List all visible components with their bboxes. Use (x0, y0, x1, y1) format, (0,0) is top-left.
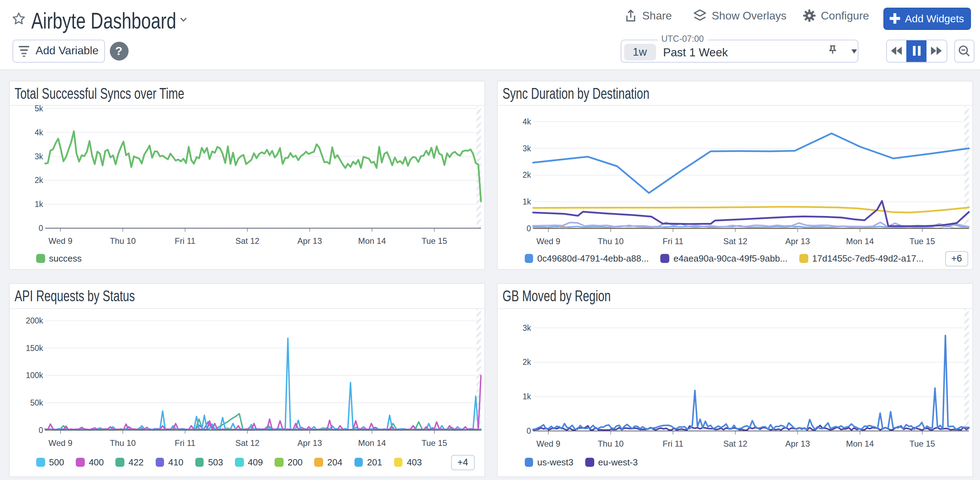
svg-text:3k: 3k (34, 151, 43, 161)
svg-text:Thu 10: Thu 10 (110, 438, 135, 448)
svg-text:Apr 13: Apr 13 (785, 439, 810, 448)
svg-text:Apr 13: Apr 13 (785, 236, 810, 246)
svg-text:150k: 150k (25, 344, 43, 353)
svg-text:Mon 14: Mon 14 (358, 438, 385, 448)
svg-text:Fri 11: Fri 11 (175, 236, 195, 246)
svg-text:4k: 4k (34, 128, 43, 137)
svg-text:1k: 1k (34, 200, 43, 209)
svg-text:Apr 13: Apr 13 (297, 438, 322, 448)
svg-text:1k: 1k (523, 392, 531, 401)
svg-text:3k: 3k (523, 144, 531, 153)
svg-text:Fri 11: Fri 11 (663, 236, 684, 246)
svg-text:1k: 1k (523, 197, 531, 206)
svg-text:Sat 12: Sat 12 (235, 236, 259, 246)
svg-text:Mon 14: Mon 14 (846, 236, 873, 246)
svg-text:50k: 50k (30, 398, 43, 407)
svg-text:0: 0 (527, 224, 531, 233)
svg-text:0: 0 (527, 426, 531, 435)
svg-text:Thu 10: Thu 10 (598, 236, 624, 246)
svg-text:Fri 11: Fri 11 (175, 438, 195, 448)
svg-text:3k: 3k (523, 324, 531, 333)
svg-text:Mon 14: Mon 14 (358, 236, 385, 246)
svg-text:0: 0 (38, 426, 43, 435)
svg-text:2k: 2k (523, 171, 531, 180)
svg-text:Tue 15: Tue 15 (421, 438, 447, 448)
svg-text:200k: 200k (25, 316, 43, 325)
svg-text:Wed 9: Wed 9 (48, 438, 72, 448)
svg-text:100k: 100k (25, 371, 43, 380)
svg-text:0: 0 (38, 224, 43, 233)
svg-text:Sat 12: Sat 12 (723, 439, 747, 448)
svg-text:4k: 4k (523, 117, 531, 126)
svg-text:Wed 9: Wed 9 (48, 236, 72, 246)
svg-text:5k: 5k (34, 104, 43, 113)
svg-text:Sat 12: Sat 12 (723, 236, 747, 246)
svg-text:2k: 2k (34, 175, 43, 185)
svg-text:Thu 10: Thu 10 (110, 236, 135, 246)
svg-text:Apr 13: Apr 13 (297, 236, 322, 246)
svg-text:Thu 10: Thu 10 (598, 439, 624, 448)
svg-text:Sat 12: Sat 12 (235, 438, 259, 448)
svg-text:Fri 11: Fri 11 (663, 439, 684, 448)
svg-text:Wed 9: Wed 9 (536, 236, 560, 246)
svg-text:Tue 15: Tue 15 (910, 236, 935, 246)
svg-text:Tue 15: Tue 15 (910, 439, 935, 448)
svg-text:Wed 9: Wed 9 (536, 439, 560, 448)
svg-text:Tue 15: Tue 15 (421, 236, 447, 246)
svg-text:Mon 14: Mon 14 (846, 439, 873, 448)
svg-text:2k: 2k (523, 357, 531, 367)
